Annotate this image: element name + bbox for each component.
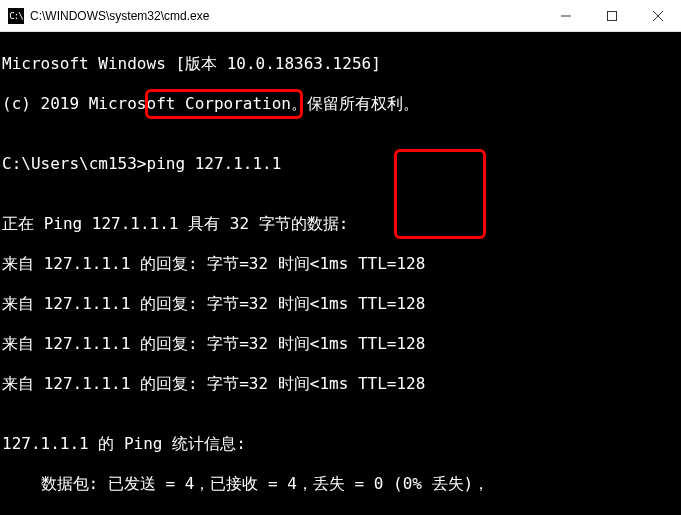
output-line: 来自 127.1.1.1 的回复: 字节=32 时间<1ms TTL=128 [2, 254, 679, 274]
output-line: 127.1.1.1 的 Ping 统计信息: [2, 434, 679, 454]
window-controls [543, 0, 681, 31]
titlebar[interactable]: C:\ C:\WINDOWS\system32\cmd.exe [0, 0, 681, 32]
cmd-icon: C:\ [8, 8, 24, 24]
terminal-output[interactable]: Microsoft Windows [版本 10.0.18363.1256] (… [0, 32, 681, 515]
close-button[interactable] [635, 0, 681, 32]
svg-rect-1 [608, 12, 617, 21]
output-line: 来自 127.1.1.1 的回复: 字节=32 时间<1ms TTL=128 [2, 334, 679, 354]
minimize-button[interactable] [543, 0, 589, 32]
output-line: 来自 127.1.1.1 的回复: 字节=32 时间<1ms TTL=128 [2, 294, 679, 314]
output-line: 来自 127.1.1.1 的回复: 字节=32 时间<1ms TTL=128 [2, 374, 679, 394]
window-title: C:\WINDOWS\system32\cmd.exe [30, 9, 543, 23]
output-line: (c) 2019 Microsoft Corporation。保留所有权利。 [2, 94, 679, 114]
output-line: 正在 Ping 127.1.1.1 具有 32 字节的数据: [2, 214, 679, 234]
prompt-line: C:\Users\cm153>ping 127.1.1.1 [2, 154, 679, 174]
output-line: 数据包: 已发送 = 4，已接收 = 4，丢失 = 0 (0% 丢失)， [2, 474, 679, 494]
maximize-button[interactable] [589, 0, 635, 32]
output-line: Microsoft Windows [版本 10.0.18363.1256] [2, 54, 679, 74]
cmd-window: C:\ C:\WINDOWS\system32\cmd.exe Microsof… [0, 0, 681, 515]
